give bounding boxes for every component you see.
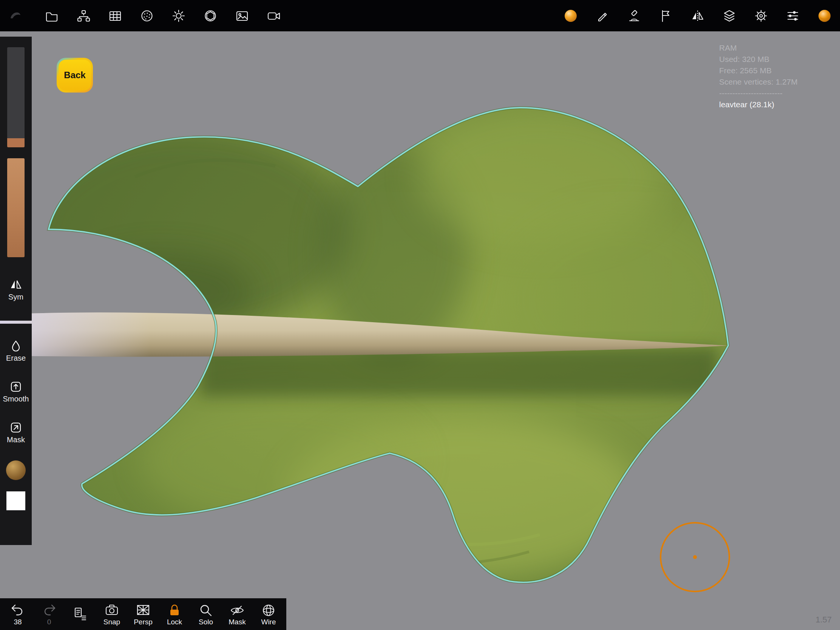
brush-cursor-center-dot [693, 555, 697, 559]
wire-label: Wire [261, 618, 276, 626]
settings-gear-icon[interactable] [754, 9, 768, 23]
bottom-mask-label: Mask [229, 618, 245, 626]
symmetry-toggle-icon [9, 278, 22, 291]
symmetry-toggle[interactable]: Sym [8, 278, 24, 301]
active-color-swatch[interactable] [6, 491, 25, 510]
redo-count: 0 [47, 618, 51, 626]
undo-icon [10, 603, 25, 618]
lighting-icon[interactable] [172, 9, 186, 23]
app-logo-icon[interactable] [8, 9, 23, 23]
pen-icon[interactable] [595, 9, 609, 23]
postprocess-icon[interactable] [203, 9, 218, 23]
mask-tool-label: Mask [7, 436, 25, 444]
selected-object-name: leavtear (28.1k) [719, 99, 798, 110]
lock-label: Lock [167, 618, 182, 626]
redo-icon [41, 603, 57, 618]
left-tool-panel-bottom: Erase Smooth Mask [0, 324, 32, 545]
stats-scene-vertices: Scene vertices: 1.27M [719, 76, 798, 88]
camera-icon[interactable] [267, 9, 281, 23]
brush-cursor-ring [660, 522, 730, 592]
back-button[interactable]: Back [57, 58, 93, 93]
snap-icon [104, 603, 119, 618]
solo-button[interactable]: Solo [195, 603, 217, 626]
interface-sliders-icon[interactable] [786, 9, 800, 23]
stamp-icon[interactable] [627, 9, 641, 23]
persp-label: Persp [134, 618, 153, 626]
solo-icon [198, 603, 213, 618]
material-sphere-icon[interactable] [564, 9, 578, 23]
top-toolbar-right-group [564, 9, 832, 23]
brush-intensity-slider[interactable] [7, 158, 25, 257]
stats-panel: RAM Used: 320 MB Free: 2565 MB Scene ver… [719, 42, 798, 110]
back-button-label: Back [64, 70, 85, 81]
background-image-icon[interactable] [235, 9, 249, 23]
smooth-tool-button[interactable]: Smooth [3, 381, 29, 403]
mask-visibility-icon [230, 603, 245, 618]
solo-label: Solo [199, 618, 213, 626]
smooth-tool-icon [9, 381, 22, 393]
symmetry-toggle-label: Sym [8, 293, 24, 301]
matcap-sphere-icon[interactable] [140, 9, 154, 23]
persp-button[interactable]: Persp [132, 603, 154, 626]
matcap-ball-icon[interactable] [817, 9, 832, 23]
brush-falloff-slider[interactable] [7, 47, 25, 147]
left-tool-panel-top: Sym [0, 36, 32, 321]
brush-falloff-slider-fill [7, 138, 25, 147]
erase-tool-label: Erase [6, 354, 26, 362]
layers-icon[interactable] [722, 9, 736, 23]
top-toolbar-left-group [8, 9, 281, 23]
stats-separator: ------------------------ [719, 88, 798, 99]
undo-button[interactable]: 38 [7, 603, 29, 626]
snap-label: Snap [104, 618, 120, 626]
stats-title: RAM [719, 42, 798, 54]
snap-button[interactable]: Snap [101, 603, 123, 626]
wireframe-button[interactable]: Wire [257, 603, 279, 626]
bottom-toolbar: 38 0 Snap Persp Lock [0, 598, 286, 630]
mask-tool-button[interactable]: Mask [7, 421, 25, 444]
erase-tool-button[interactable]: Erase [6, 339, 26, 362]
zoom-scale-indicator: 1.57 [815, 615, 832, 625]
symmetry-icon[interactable] [690, 9, 705, 23]
top-toolbar [0, 0, 840, 32]
lock-button[interactable]: Lock [164, 603, 185, 626]
topology-grid-icon[interactable] [108, 9, 122, 23]
files-icon[interactable] [44, 9, 59, 23]
redo-button[interactable]: 0 [38, 603, 60, 626]
mask-tool-icon [9, 421, 22, 434]
stats-ram-used: Used: 320 MB [719, 54, 798, 65]
multires-menu-button[interactable] [69, 606, 92, 622]
stats-ram-free: Free: 2565 MB [719, 65, 798, 76]
mask-visibility-button[interactable]: Mask [226, 603, 248, 626]
smooth-tool-label: Smooth [3, 395, 29, 403]
lock-icon [167, 603, 182, 618]
undo-count: 38 [14, 618, 22, 626]
paint-flag-icon[interactable] [659, 9, 673, 23]
material-preview-sphere[interactable] [6, 460, 26, 480]
back-button-face: Back [58, 60, 91, 91]
erase-tool-icon [9, 339, 22, 352]
multires-menu-icon [73, 606, 88, 622]
wireframe-icon [261, 603, 276, 618]
scene-graph-icon[interactable] [76, 9, 91, 23]
persp-icon [136, 603, 151, 618]
